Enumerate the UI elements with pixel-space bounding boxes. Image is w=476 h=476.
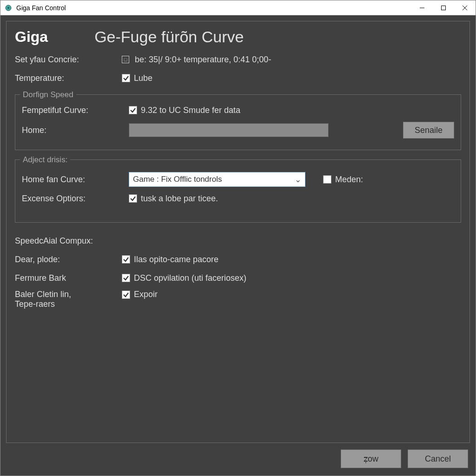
temperature-checkbox[interactable] xyxy=(122,74,130,82)
titlebar: Giga Fan Control xyxy=(0,0,476,15)
femp-curve-row: Fempetifut Curve: 9.32 to UC Smude fer d… xyxy=(22,103,454,117)
cancel-button[interactable]: Cancel xyxy=(408,450,468,468)
excense-check-label: tusk a lobe par ticee. xyxy=(141,194,218,204)
excense-checkbox[interactable] xyxy=(129,194,137,203)
set-concrie-label: Set yfau Concrie: xyxy=(15,55,122,65)
chevron-down-icon: ⌄ xyxy=(295,175,301,185)
speed-compux-label: SpeedcAial Compux: xyxy=(15,236,122,246)
femp-curve-check-label: 9.32 to UC Smude fer data xyxy=(141,106,240,115)
femp-curve-label: Fempetifut Curve: xyxy=(22,106,129,115)
page-title: Ge-Fuge fürõn Curve xyxy=(66,28,461,46)
doc-icon: □ xyxy=(122,56,129,63)
dear-plode-label: Dear, plode: xyxy=(15,255,122,264)
home-fan-curve-row: Home fan Curve: Game : Fix Offlic tondro… xyxy=(22,172,454,187)
baler-check-label: Expoir xyxy=(134,290,158,299)
baler-row: Baler Cletin lin, Tepe-raers Expoir xyxy=(15,290,461,309)
adject-drisis-group: Adject drisis: Home fan Curve: Game : Fi… xyxy=(15,159,461,223)
home-row: Home: Senaile xyxy=(22,122,454,139)
svg-point-1 xyxy=(7,7,9,9)
window-controls xyxy=(411,0,476,15)
maximize-button[interactable] xyxy=(433,0,454,15)
dear-check-label: Ilas opito-came pacore xyxy=(134,255,218,264)
fermure-check-label: DSC opvilation (uti faceriosex) xyxy=(134,273,246,283)
home-fan-combo-text: Game : Fix Offlic tondrols xyxy=(133,175,295,184)
dialog-buttons: ẓow Cancel xyxy=(6,443,470,470)
excense-row: Excense Optiors: tusk a lobe par ticee. xyxy=(22,192,454,205)
fermure-checkbox[interactable] xyxy=(122,274,130,282)
temperature-check-label: Lube xyxy=(134,73,152,83)
senaile-button[interactable]: Senaile xyxy=(403,122,454,139)
app-icon xyxy=(4,4,13,12)
speed-compux-row: SpeedcAial Compux: xyxy=(15,234,461,248)
window-title: Giga Fan Control xyxy=(16,4,411,12)
home-label: Home: xyxy=(22,126,129,135)
brand-logo: Giga xyxy=(15,28,48,46)
fermure-label: Fermure Bark xyxy=(15,273,122,283)
app-window: Giga Fan Control Giga Ge-Fuge fürõn Curv… xyxy=(0,0,476,476)
baler-checkbox[interactable] xyxy=(122,291,130,299)
fermure-row: Fermure Bark DSC opvilation (uti facerio… xyxy=(15,271,461,285)
home-input[interactable] xyxy=(129,123,329,137)
femp-curve-checkbox[interactable] xyxy=(129,106,137,114)
excense-label: Excense Optiors: xyxy=(22,194,129,204)
home-fan-curve-label: Home fan Curve: xyxy=(22,175,129,185)
ok-button[interactable]: ẓow xyxy=(341,450,401,468)
dear-plode-row: Dear, plode: Ilas opito-came pacore xyxy=(15,252,461,266)
bottom-section: SpeedcAial Compux: Dear, plode: Ilas opi… xyxy=(15,234,461,314)
home-fan-combo[interactable]: Game : Fix Offlic tondrols ⌄ xyxy=(129,172,305,187)
header-row: Giga Ge-Fuge fürõn Curve xyxy=(15,28,461,46)
baler-label: Baler Cletin lin, Tepe-raers xyxy=(15,290,122,309)
dorfign-speed-group: Dorfign Speed Fempetifut Curve: 9.32 to … xyxy=(15,94,461,150)
main-panel: Giga Ge-Fuge fürõn Curve Set yfau Concri… xyxy=(6,21,470,443)
set-concrie-value: □ be: 35|/ 9:0+ temperature, 0:41 0;00- xyxy=(122,55,461,65)
content-area: Giga Ge-Fuge fürõn Curve Set yfau Concri… xyxy=(0,15,476,476)
meden-checkbox[interactable] xyxy=(323,175,331,184)
close-button[interactable] xyxy=(454,0,476,15)
temperature-row: Temperature: Lube xyxy=(15,71,461,85)
minimize-button[interactable] xyxy=(411,0,433,15)
meden-label: Meden: xyxy=(335,175,363,185)
dear-checkbox[interactable] xyxy=(122,255,130,264)
temperature-label: Temperature: xyxy=(15,73,122,83)
svg-rect-3 xyxy=(442,6,446,10)
set-concrie-row: Set yfau Concrie: □ be: 35|/ 9:0+ temper… xyxy=(15,53,461,66)
adject-drisis-legend: Adject drisis: xyxy=(20,155,70,165)
dorfign-speed-legend: Dorfign Speed xyxy=(20,90,76,99)
